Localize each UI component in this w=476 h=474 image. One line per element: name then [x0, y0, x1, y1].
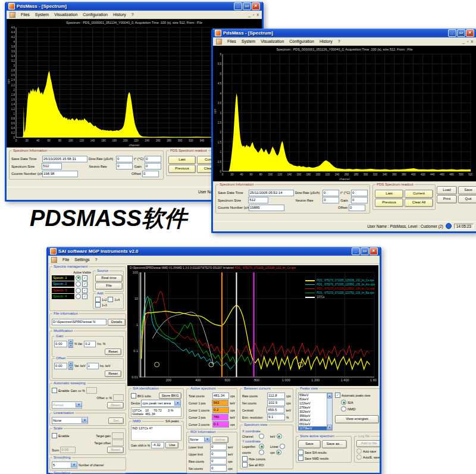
- spectrum-2-visible-checkbox[interactable]: [82, 281, 87, 287]
- peak-item[interactable]: 356keV: [299, 414, 327, 418]
- maximize-button[interactable]: ▭: [361, 247, 369, 255]
- offset-field[interactable]: 0: [349, 205, 365, 211]
- file-path-field[interactable]: D:\Spectres\SPRD\essai N: [52, 319, 107, 325]
- lower-limit-field[interactable]: 0: [210, 444, 227, 450]
- peak-item[interactable]: 276keV: [299, 406, 327, 410]
- menu-files[interactable]: Files: [21, 12, 30, 17]
- cps-radio[interactable]: [276, 450, 281, 455]
- gain-spinner[interactable]: ▲▼: [68, 340, 73, 348]
- menu-help[interactable]: ?: [95, 258, 98, 262]
- sa-peaks-tab[interactable]: S/A peaks:: [164, 419, 181, 423]
- spectrum-3-active-radio[interactable]: [76, 288, 81, 293]
- add-1-4-checkbox[interactable]: [108, 297, 113, 302]
- save-date-field[interactable]: 25/10/2005 15:58:31: [42, 156, 87, 162]
- peak-item[interactable]: 661keV: [299, 422, 327, 426]
- linear-radio[interactable]: [280, 444, 285, 449]
- peaks-listbox[interactable]: 59keV 81keV 122keV 276keV 302keV 356keV …: [298, 393, 333, 431]
- peak-item[interactable]: 59keV: [299, 393, 327, 397]
- peak-item[interactable]: 81keV: [299, 397, 327, 401]
- offset-field[interactable]: 0: [142, 171, 159, 177]
- menu-visualization[interactable]: Visualization: [261, 39, 284, 43]
- automatic-peaks-checkbox[interactable]: [335, 393, 340, 398]
- real-time-button[interactable]: Real time: [95, 275, 123, 282]
- minimize-button[interactable]: _: [234, 2, 242, 10]
- roi-dropdown[interactable]: None▼: [189, 436, 211, 443]
- save-nmd-results-checkbox[interactable]: [298, 456, 303, 461]
- offset-reset-button[interactable]: Reset: [105, 371, 121, 377]
- mdi-restore[interactable]: ▫: [253, 12, 254, 17]
- clear-all-button[interactable]: Clear All: [405, 199, 433, 207]
- gain-field[interactable]: 0: [351, 197, 368, 203]
- view-energies-button[interactable]: View energies: [335, 415, 379, 423]
- save-button[interactable]: Save: [458, 186, 476, 194]
- temperature-field[interactable]: 0: [145, 156, 161, 162]
- minimize-button[interactable]: _: [352, 247, 360, 255]
- counts-radio[interactable]: [259, 450, 264, 455]
- spectrum-2-active-radio[interactable]: [76, 281, 81, 287]
- mdi-minimize[interactable]: _: [462, 39, 465, 43]
- quit-button[interactable]: Quit: [458, 195, 476, 203]
- spectrum-1-visible-checkbox[interactable]: [82, 275, 87, 281]
- logarithm-radio[interactable]: [259, 444, 264, 449]
- offset-spinner[interactable]: ▲▼: [68, 362, 73, 370]
- menu-configuration[interactable]: Configuration: [83, 12, 108, 17]
- close-button[interactable]: ✕: [369, 247, 378, 255]
- nmd-radio[interactable]: [341, 406, 346, 412]
- gain-inc-field[interactable]: 0.2: [84, 341, 96, 347]
- counts-number-field[interactable]: 19885: [249, 205, 284, 211]
- mdi-close[interactable]: x: [257, 12, 259, 17]
- counts-number-field[interactable]: 198.98: [42, 171, 78, 177]
- close-button[interactable]: ✕: [466, 29, 474, 37]
- menu-history[interactable]: History: [320, 39, 333, 43]
- menu-help[interactable]: ?: [131, 12, 134, 17]
- add-1-2-checkbox[interactable]: [95, 297, 101, 302]
- menu-system[interactable]: System: [35, 12, 49, 17]
- store-save-as-button[interactable]: Save as...: [322, 440, 347, 448]
- store-bkg-button[interactable]: Store BKG: [159, 393, 181, 399]
- scale-enable-checkbox[interactable]: [52, 433, 57, 438]
- title-bar[interactable]: SAI software MGP Instruments v2.0 _ ▭ ✕: [48, 247, 380, 256]
- peak-item-selected[interactable]: 1173keV: [299, 426, 327, 430]
- last-button[interactable]: Last: [168, 156, 196, 164]
- maximize-button[interactable]: ▭: [457, 29, 465, 37]
- current-button[interactable]: Current: [405, 190, 433, 198]
- title-bar[interactable]: PdsMass - [Spectrum] _ ▭ ✕: [7, 2, 262, 11]
- print-button[interactable]: Print: [437, 195, 457, 203]
- bkg-subs-checkbox[interactable]: [131, 393, 136, 398]
- menu-visualization[interactable]: Visualization: [54, 12, 77, 17]
- smoothing-dropdown[interactable]: 5▼: [52, 462, 77, 469]
- spectrum-size-field[interactable]: 512: [248, 197, 268, 203]
- gain-value-field[interactable]: 0.00: [54, 341, 67, 347]
- close-button[interactable]: ✕: [252, 2, 260, 10]
- peak-item[interactable]: 302keV: [299, 410, 327, 414]
- gain-field[interactable]: 0: [145, 163, 161, 169]
- multi-spectrum-chart-area[interactable]: D:\Spectres\SPRD\essai NMD V1.3\NMD 1 3 …: [127, 265, 378, 386]
- device-dropdown[interactable]: cps peak net area▼: [141, 400, 181, 407]
- peaks-scrollbar[interactable]: ▲▼: [327, 393, 332, 430]
- maximize-button[interactable]: ▭: [243, 2, 251, 10]
- menu-configuration[interactable]: Configuration: [289, 39, 314, 43]
- menu-system[interactable]: System: [242, 39, 255, 43]
- offset-inc-field[interactable]: 1: [87, 363, 99, 369]
- offset-value-field[interactable]: 0.00: [54, 363, 67, 369]
- mdi-close[interactable]: x: [471, 39, 474, 43]
- spectrum-4-active-radio[interactable]: [76, 294, 81, 299]
- spectrum-3-visible-checkbox[interactable]: [82, 288, 87, 293]
- last-button[interactable]: Last: [375, 190, 403, 198]
- previous-button[interactable]: Previous: [168, 165, 196, 173]
- menu-settings[interactable]: Settings: [74, 258, 89, 262]
- sia-radio[interactable]: [341, 400, 346, 405]
- neutron-rate-field[interactable]: 0: [322, 197, 339, 203]
- spectrum-4-visible-checkbox[interactable]: [82, 294, 87, 299]
- menu-file[interactable]: File: [62, 258, 69, 262]
- kev-radio[interactable]: [277, 434, 282, 439]
- previous-button[interactable]: Previous: [375, 199, 403, 207]
- add-1-3-checkbox[interactable]: [95, 302, 101, 307]
- neutron-rate-field[interactable]: 0: [116, 163, 133, 169]
- peak-item[interactable]: 383keV: [299, 418, 327, 422]
- upper-limit-field[interactable]: 0: [210, 451, 227, 457]
- save-sia-results-checkbox[interactable]: [298, 450, 303, 455]
- mdi-restore[interactable]: ▫: [467, 39, 468, 43]
- use-button[interactable]: Use: [165, 442, 178, 448]
- see-all-roi-checkbox[interactable]: [242, 462, 248, 467]
